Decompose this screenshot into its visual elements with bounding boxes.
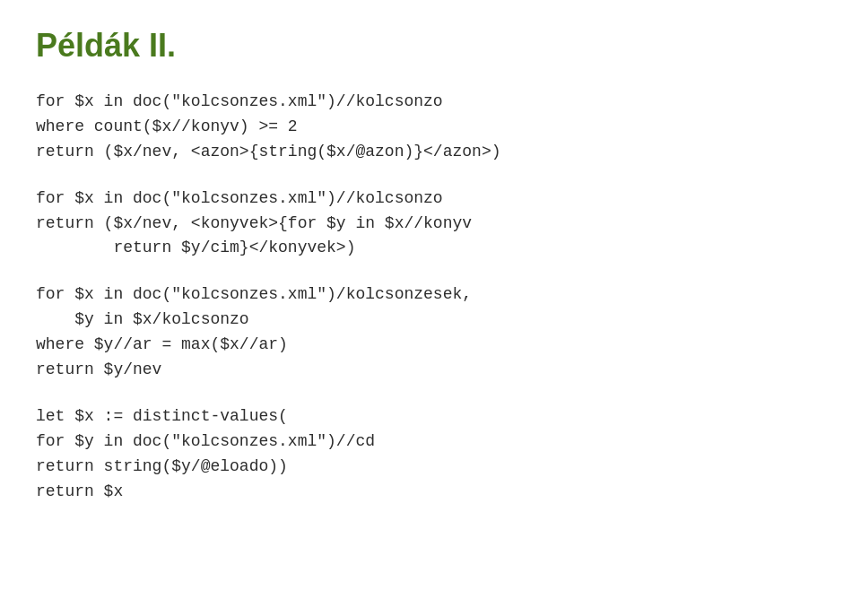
code-block-2: for $x in doc("kolcsonzes.xml")//kolcson… <box>36 187 825 262</box>
code-sections: for $x in doc("kolcsonzes.xml")//kolcson… <box>36 90 825 504</box>
code-section-2: for $x in doc("kolcsonzes.xml")//kolcson… <box>36 187 825 262</box>
page-title: Példák II. <box>36 27 825 65</box>
code-section-4: let $x := distinct-values( for $y in doc… <box>36 404 825 505</box>
code-section-3: for $x in doc("kolcsonzes.xml")/kolcsonz… <box>36 282 825 383</box>
page: Példák II. for $x in doc("kolcsonzes.xml… <box>0 0 861 616</box>
code-block-3: for $x in doc("kolcsonzes.xml")/kolcsonz… <box>36 282 825 383</box>
code-block-1: for $x in doc("kolcsonzes.xml")//kolcson… <box>36 90 825 165</box>
code-section-1: for $x in doc("kolcsonzes.xml")//kolcson… <box>36 90 825 165</box>
code-block-4: let $x := distinct-values( for $y in doc… <box>36 404 825 505</box>
